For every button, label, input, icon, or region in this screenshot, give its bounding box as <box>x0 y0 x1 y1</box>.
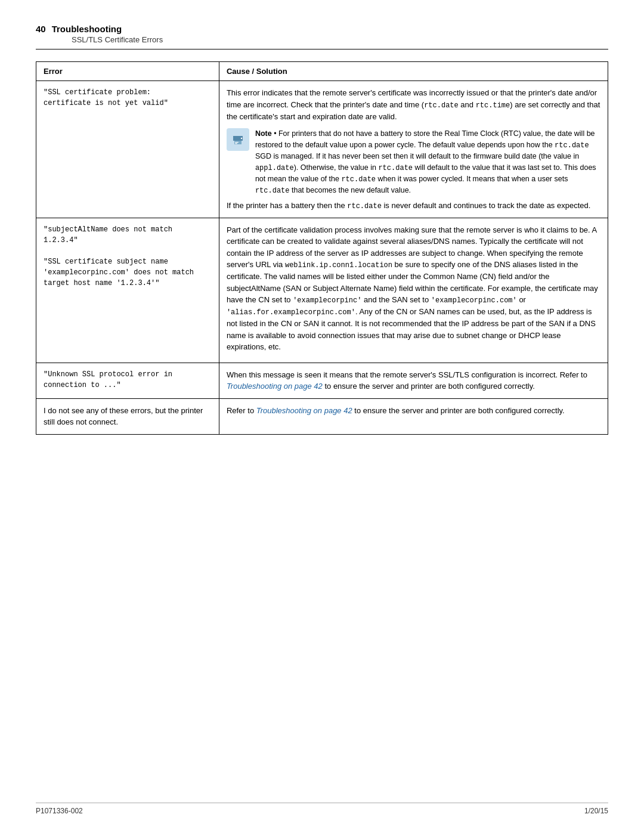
svg-rect-1 <box>235 142 239 143</box>
footer-left: P1071336-002 <box>36 807 83 815</box>
solution-cell: This error indicates that the remote ser… <box>219 81 608 218</box>
header-divider <box>36 49 608 49</box>
error-cell: "Unknown SSL protocol error in connectio… <box>36 363 219 398</box>
table-row: I do not see any of these errors, but th… <box>36 398 608 434</box>
solution-with-link-paragraph: Refer to Troubleshooting on page 42 to e… <box>227 405 600 417</box>
header-title: Troubleshooting <box>52 24 122 34</box>
solution-paragraph: This error indicates that the remote ser… <box>227 87 600 122</box>
solution-paragraph: Part of the certificate validation proce… <box>227 224 600 353</box>
svg-rect-2 <box>235 143 237 144</box>
page-footer: P1071336-002 1/20/15 <box>36 803 608 815</box>
header-subtitle: SSL/TLS Certificate Errors <box>72 35 608 44</box>
error-table: Error Cause / Solution "SSL certificate … <box>36 61 608 435</box>
page-number: 40 <box>36 24 46 34</box>
col-solution-header: Cause / Solution <box>219 62 608 81</box>
table-row: "Unknown SSL protocol error in connectio… <box>36 363 608 398</box>
footer-right: 1/20/15 <box>584 807 608 815</box>
page-header: 40 Troubleshooting SSL/TLS Certificate E… <box>36 24 608 49</box>
error-cell: "SSL certificate problem: certificate is… <box>36 81 219 218</box>
troubleshooting-link[interactable]: Troubleshooting on page 42 <box>256 406 352 415</box>
error-cell: I do not see any of these errors, but th… <box>36 398 219 434</box>
error-cell: "subjectAltName does not match 1.2.3.4" … <box>36 218 219 363</box>
note-text: Note • For printers that do not have a b… <box>255 128 600 196</box>
svg-point-3 <box>241 138 242 139</box>
table-row: "SSL certificate problem: certificate is… <box>36 81 608 218</box>
solution-with-link-paragraph: When this message is seen it means that … <box>227 369 600 392</box>
note-box: Note • For printers that do not have a b… <box>227 128 600 196</box>
solution-cell: When this message is seen it means that … <box>219 363 608 398</box>
after-note-paragraph: If the printer has a battery then the rt… <box>227 200 600 212</box>
solution-cell: Refer to Troubleshooting on page 42 to e… <box>219 398 608 434</box>
troubleshooting-link[interactable]: Troubleshooting on page 42 <box>227 382 323 391</box>
page: 40 Troubleshooting SSL/TLS Certificate E… <box>0 0 644 833</box>
col-error-header: Error <box>36 62 219 81</box>
solution-cell: Part of the certificate validation proce… <box>219 218 608 363</box>
note-icon <box>227 128 249 151</box>
table-row: "subjectAltName does not match 1.2.3.4" … <box>36 218 608 363</box>
